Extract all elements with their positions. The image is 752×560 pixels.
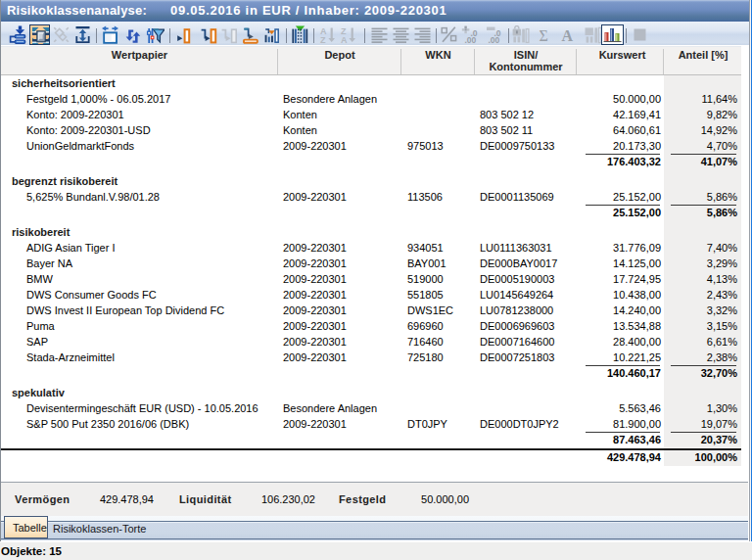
svg-text:Z: Z xyxy=(320,35,326,44)
svg-text:Σ: Σ xyxy=(540,27,548,44)
svg-text:A: A xyxy=(341,35,348,44)
svg-text:.00: .00 xyxy=(465,35,477,44)
svg-text:.00: .00 xyxy=(489,35,500,44)
svg-text:A: A xyxy=(562,27,574,44)
